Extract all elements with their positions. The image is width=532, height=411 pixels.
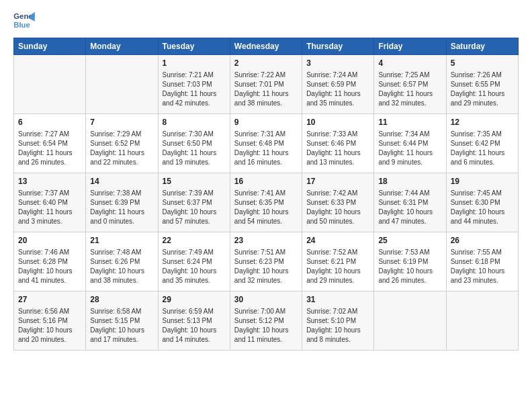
day-cell: 4Sunrise: 7:25 AM Sunset: 6:57 PM Daylig… xyxy=(374,55,446,114)
day-number: 15 xyxy=(163,176,226,187)
day-cell: 20Sunrise: 7:46 AM Sunset: 6:28 PM Dayli… xyxy=(14,232,86,291)
day-number: 23 xyxy=(234,235,298,246)
day-number: 6 xyxy=(18,117,81,128)
day-cell: 15Sunrise: 7:39 AM Sunset: 6:37 PM Dayli… xyxy=(158,173,230,232)
week-row-2: 6Sunrise: 7:27 AM Sunset: 6:54 PM Daylig… xyxy=(14,114,519,173)
day-info-text: Sunrise: 7:31 AM Sunset: 6:48 PM Dayligh… xyxy=(234,130,298,167)
day-cell: 19Sunrise: 7:45 AM Sunset: 6:30 PM Dayli… xyxy=(446,173,518,232)
day-number: 28 xyxy=(90,294,153,306)
day-info-text: Sunrise: 7:41 AM Sunset: 6:35 PM Dayligh… xyxy=(234,189,298,226)
day-number: 20 xyxy=(18,235,81,246)
calendar-header: SundayMondayTuesdayWednesdayThursdayFrid… xyxy=(14,38,519,55)
day-info-text: Sunrise: 7:27 AM Sunset: 6:54 PM Dayligh… xyxy=(18,130,81,167)
day-cell: 1Sunrise: 7:21 AM Sunset: 7:03 PM Daylig… xyxy=(158,55,230,114)
day-number: 18 xyxy=(378,176,441,187)
day-number: 14 xyxy=(90,176,153,187)
day-number: 27 xyxy=(18,294,81,306)
logo: General Blue xyxy=(13,11,35,30)
day-cell: 13Sunrise: 7:37 AM Sunset: 6:40 PM Dayli… xyxy=(14,173,86,232)
week-row-4: 20Sunrise: 7:46 AM Sunset: 6:28 PM Dayli… xyxy=(14,232,519,291)
day-info-text: Sunrise: 7:34 AM Sunset: 6:44 PM Dayligh… xyxy=(378,130,441,167)
day-info-text: Sunrise: 7:22 AM Sunset: 7:01 PM Dayligh… xyxy=(234,71,298,108)
day-cell: 9Sunrise: 7:31 AM Sunset: 6:48 PM Daylig… xyxy=(230,114,302,173)
day-number: 25 xyxy=(378,235,441,246)
day-number: 16 xyxy=(234,176,298,187)
day-number: 1 xyxy=(163,58,226,69)
day-info-text: Sunrise: 7:21 AM Sunset: 7:03 PM Dayligh… xyxy=(163,71,226,108)
day-info-text: Sunrise: 7:46 AM Sunset: 6:28 PM Dayligh… xyxy=(18,248,81,285)
day-info-text: Sunrise: 7:48 AM Sunset: 6:26 PM Dayligh… xyxy=(90,248,153,285)
day-info-text: Sunrise: 7:35 AM Sunset: 6:42 PM Dayligh… xyxy=(451,130,514,167)
day-info-text: Sunrise: 7:42 AM Sunset: 6:33 PM Dayligh… xyxy=(306,189,369,226)
day-number: 4 xyxy=(378,58,441,69)
day-cell: 31Sunrise: 7:02 AM Sunset: 5:10 PM Dayli… xyxy=(302,291,374,351)
day-info-text: Sunrise: 7:39 AM Sunset: 6:37 PM Dayligh… xyxy=(163,189,226,226)
day-info-text: Sunrise: 7:53 AM Sunset: 6:19 PM Dayligh… xyxy=(378,248,441,285)
day-cell xyxy=(374,291,446,351)
day-cell: 2Sunrise: 7:22 AM Sunset: 7:01 PM Daylig… xyxy=(230,55,302,114)
day-header-sunday: Sunday xyxy=(14,38,86,55)
day-cell: 8Sunrise: 7:30 AM Sunset: 6:50 PM Daylig… xyxy=(158,114,230,173)
day-cell: 23Sunrise: 7:51 AM Sunset: 6:23 PM Dayli… xyxy=(230,232,302,291)
day-info-text: Sunrise: 7:26 AM Sunset: 6:55 PM Dayligh… xyxy=(451,71,514,108)
day-number: 31 xyxy=(306,294,369,306)
day-number: 12 xyxy=(451,117,514,128)
day-header-saturday: Saturday xyxy=(446,38,518,55)
day-cell: 24Sunrise: 7:52 AM Sunset: 6:21 PM Dayli… xyxy=(302,232,374,291)
day-info-text: Sunrise: 7:49 AM Sunset: 6:24 PM Dayligh… xyxy=(163,248,226,285)
day-info-text: Sunrise: 7:00 AM Sunset: 5:12 PM Dayligh… xyxy=(234,307,298,345)
day-info-text: Sunrise: 7:29 AM Sunset: 6:52 PM Dayligh… xyxy=(90,130,153,167)
day-cell: 5Sunrise: 7:26 AM Sunset: 6:55 PM Daylig… xyxy=(446,55,518,114)
svg-text:Blue: Blue xyxy=(13,21,30,29)
day-number: 2 xyxy=(234,58,298,69)
day-info-text: Sunrise: 7:38 AM Sunset: 6:39 PM Dayligh… xyxy=(90,189,153,226)
day-info-text: Sunrise: 7:45 AM Sunset: 6:30 PM Dayligh… xyxy=(451,189,514,226)
day-info-text: Sunrise: 6:56 AM Sunset: 5:16 PM Dayligh… xyxy=(18,307,81,345)
day-info-text: Sunrise: 7:02 AM Sunset: 5:10 PM Dayligh… xyxy=(306,307,369,345)
day-cell: 27Sunrise: 6:56 AM Sunset: 5:16 PM Dayli… xyxy=(14,291,86,351)
day-cell: 28Sunrise: 6:58 AM Sunset: 5:15 PM Dayli… xyxy=(86,291,158,351)
day-header-monday: Monday xyxy=(86,38,158,55)
day-number: 5 xyxy=(451,58,514,69)
day-number: 29 xyxy=(163,294,226,306)
day-cell: 21Sunrise: 7:48 AM Sunset: 6:26 PM Dayli… xyxy=(86,232,158,291)
day-info-text: Sunrise: 7:24 AM Sunset: 6:59 PM Dayligh… xyxy=(306,71,369,108)
day-info-text: Sunrise: 7:25 AM Sunset: 6:57 PM Dayligh… xyxy=(378,71,441,108)
day-info-text: Sunrise: 6:58 AM Sunset: 5:15 PM Dayligh… xyxy=(90,307,153,345)
day-number: 3 xyxy=(306,58,369,69)
day-cell: 16Sunrise: 7:41 AM Sunset: 6:35 PM Dayli… xyxy=(230,173,302,232)
day-info-text: Sunrise: 7:52 AM Sunset: 6:21 PM Dayligh… xyxy=(306,248,369,285)
week-row-1: 1Sunrise: 7:21 AM Sunset: 7:03 PM Daylig… xyxy=(14,55,519,114)
week-row-3: 13Sunrise: 7:37 AM Sunset: 6:40 PM Dayli… xyxy=(14,173,519,232)
calendar-table: SundayMondayTuesdayWednesdayThursdayFrid… xyxy=(13,38,519,351)
day-cell: 26Sunrise: 7:55 AM Sunset: 6:18 PM Dayli… xyxy=(446,232,518,291)
day-cell xyxy=(14,55,86,114)
day-cell: 30Sunrise: 7:00 AM Sunset: 5:12 PM Dayli… xyxy=(230,291,302,351)
day-number: 8 xyxy=(163,117,226,128)
day-cell: 18Sunrise: 7:44 AM Sunset: 6:31 PM Dayli… xyxy=(374,173,446,232)
day-info-text: Sunrise: 6:59 AM Sunset: 5:13 PM Dayligh… xyxy=(163,307,226,345)
day-cell: 7Sunrise: 7:29 AM Sunset: 6:52 PM Daylig… xyxy=(86,114,158,173)
day-cell: 17Sunrise: 7:42 AM Sunset: 6:33 PM Dayli… xyxy=(302,173,374,232)
day-info-text: Sunrise: 7:51 AM Sunset: 6:23 PM Dayligh… xyxy=(234,248,298,285)
day-number: 17 xyxy=(306,176,369,187)
day-number: 13 xyxy=(18,176,81,187)
day-cell: 25Sunrise: 7:53 AM Sunset: 6:19 PM Dayli… xyxy=(374,232,446,291)
day-cell: 10Sunrise: 7:33 AM Sunset: 6:46 PM Dayli… xyxy=(302,114,374,173)
day-header-friday: Friday xyxy=(374,38,446,55)
day-number: 7 xyxy=(90,117,153,128)
header-row: SundayMondayTuesdayWednesdayThursdayFrid… xyxy=(14,38,519,55)
day-header-wednesday: Wednesday xyxy=(230,38,302,55)
day-cell: 12Sunrise: 7:35 AM Sunset: 6:42 PM Dayli… xyxy=(446,114,518,173)
day-number: 22 xyxy=(163,235,226,246)
day-info-text: Sunrise: 7:37 AM Sunset: 6:40 PM Dayligh… xyxy=(18,189,81,226)
day-header-thursday: Thursday xyxy=(302,38,374,55)
day-cell: 11Sunrise: 7:34 AM Sunset: 6:44 PM Dayli… xyxy=(374,114,446,173)
page-header: General Blue xyxy=(13,11,519,30)
day-number: 26 xyxy=(451,235,514,246)
day-number: 24 xyxy=(306,235,369,246)
day-number: 21 xyxy=(90,235,153,246)
logo-icon: General Blue xyxy=(13,11,35,30)
day-number: 30 xyxy=(234,294,298,306)
week-row-5: 27Sunrise: 6:56 AM Sunset: 5:16 PM Dayli… xyxy=(14,291,519,351)
